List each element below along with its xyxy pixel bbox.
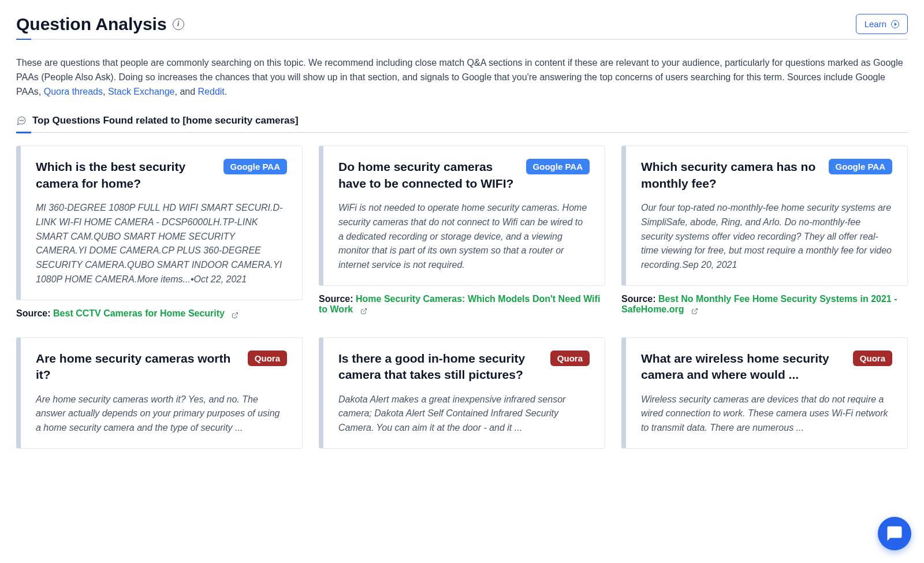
learn-button[interactable]: Learn: [856, 14, 908, 34]
question-title: Which security camera has no monthly fee…: [641, 159, 822, 192]
learn-button-label: Learn: [865, 19, 886, 29]
section-subhead-text: Top Questions Found related to [home sec…: [32, 115, 299, 126]
intro-paragraph: These are questions that people are comm…: [16, 56, 908, 99]
source-line: Source: Best CCTV Cameras for Home Secur…: [16, 308, 303, 319]
question-title: Which is the best security camera for ho…: [36, 159, 217, 192]
svg-point-1: [21, 121, 22, 121]
source-badge-quora: Quora: [248, 351, 287, 366]
question-title: Are home security cameras worth it?: [36, 351, 241, 383]
question-card-block: Which is the best security camera for ho…: [16, 146, 303, 318]
link-stack-exchange[interactable]: Stack Exchange: [108, 87, 175, 96]
question-card-block: Is there a good in-home security camera …: [319, 337, 605, 449]
section-subhead: Top Questions Found related to [home sec…: [16, 115, 908, 126]
play-icon: [891, 20, 899, 28]
question-card: Is there a good in-home security camera …: [319, 337, 605, 449]
source-badge-paa: Google PAA: [829, 159, 892, 174]
external-link-icon[interactable]: [691, 307, 698, 314]
svg-point-0: [20, 121, 20, 121]
chat-icon: [16, 115, 27, 126]
source-badge-quora: Quora: [853, 351, 892, 366]
page-title-text: Question Analysis: [16, 14, 167, 34]
question-answer-snippet: MI 360-DEGREE 1080P FULL HD WIFI SMART S…: [36, 201, 287, 287]
question-card-block: What are wireless home security camera a…: [621, 337, 908, 449]
page-title: Question Analysis i: [16, 14, 184, 34]
question-answer-snippet: Wireless security cameras are devices th…: [641, 393, 892, 435]
external-link-icon[interactable]: [232, 311, 239, 318]
question-card: Are home security cameras worth it? Quor…: [16, 337, 303, 449]
source-line: Source: Home Security Cameras: Which Mod…: [319, 294, 605, 315]
svg-line-4: [363, 308, 367, 312]
section-underline: [16, 132, 908, 133]
question-card: What are wireless home security camera a…: [621, 337, 908, 449]
question-card: Which security camera has no monthly fee…: [621, 146, 908, 286]
source-link[interactable]: Best CCTV Cameras for Home Security: [53, 308, 225, 318]
source-label: Source:: [319, 294, 353, 304]
source-label: Source:: [621, 294, 656, 304]
question-answer-snippet: WiFi is not needed to operate home secur…: [338, 201, 590, 273]
question-title: What are wireless home security camera a…: [641, 351, 846, 383]
source-link[interactable]: Best No Monthly Fee Home Security System…: [621, 294, 897, 314]
question-title: Is there a good in-home security camera …: [338, 351, 543, 383]
question-answer-snippet: Dakota Alert makes a great inexpensive i…: [338, 393, 590, 435]
header-underline: [16, 39, 908, 40]
question-card-block: Which security camera has no monthly fee…: [621, 146, 908, 318]
source-label: Source:: [16, 308, 51, 318]
question-card-block: Do home security cameras have to be conn…: [319, 146, 605, 318]
link-reddit[interactable]: Reddit: [198, 87, 225, 96]
question-card: Which is the best security camera for ho…: [16, 146, 303, 300]
svg-point-2: [23, 121, 24, 121]
source-badge-quora: Quora: [550, 351, 590, 366]
svg-line-5: [694, 308, 698, 312]
question-card-block: Are home security cameras worth it? Quor…: [16, 337, 303, 449]
cards-grid: Which is the best security camera for ho…: [16, 146, 908, 449]
question-card: Do home security cameras have to be conn…: [319, 146, 605, 286]
source-badge-paa: Google PAA: [526, 159, 590, 174]
link-quora-threads[interactable]: Quora threads: [44, 87, 103, 96]
question-answer-snippet: Our four top-rated no-monthly-fee home s…: [641, 201, 892, 273]
svg-line-3: [234, 312, 238, 316]
external-link-icon[interactable]: [360, 307, 367, 314]
info-icon[interactable]: i: [173, 18, 184, 30]
question-answer-snippet: Are home security cameras worth it? Yes,…: [36, 393, 287, 435]
source-badge-paa: Google PAA: [223, 159, 287, 174]
question-title: Do home security cameras have to be conn…: [338, 159, 519, 192]
source-line: Source: Best No Monthly Fee Home Securit…: [621, 294, 908, 315]
